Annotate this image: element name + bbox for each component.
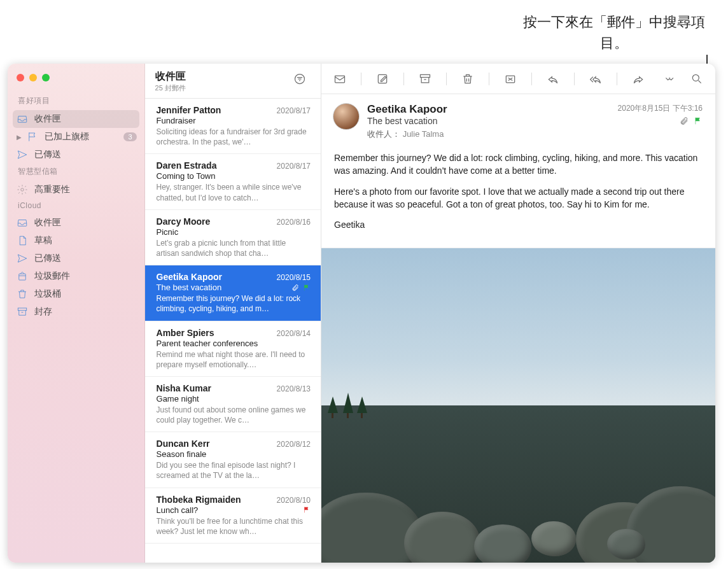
row-sender: Duncan Kerr xyxy=(157,439,210,449)
row-date: 2020/8/10 xyxy=(277,496,311,505)
message-row[interactable]: Daren Estrada2020/8/17Coming to TownHey,… xyxy=(145,154,321,209)
svg-rect-6 xyxy=(421,74,430,77)
mark-read-button[interactable] xyxy=(329,70,351,88)
toolbar-separator xyxy=(446,73,447,85)
inbox-icon xyxy=(17,113,28,125)
close-window-button[interactable] xyxy=(17,74,24,81)
toolbar-separator xyxy=(489,73,489,85)
sidebar-item-label: 已傳送 xyxy=(34,253,61,264)
row-sender: Amber Spiers xyxy=(157,328,214,338)
message-row[interactable]: Jennifer Patton2020/8/17FundraiserSolici… xyxy=(145,99,321,154)
gear-icon xyxy=(17,184,28,195)
row-subject: Game night xyxy=(157,394,311,404)
row-preview: Let's grab a picnic lunch from that litt… xyxy=(157,238,311,258)
row-date: 2020/8/14 xyxy=(277,329,311,338)
sidebar-item-drafts[interactable]: 草稿 xyxy=(8,232,144,249)
svg-rect-4 xyxy=(335,76,345,83)
row-sender: Thobeka Rigmaiden xyxy=(157,495,241,505)
archive-icon xyxy=(17,306,28,318)
message-row[interactable]: Nisha Kumar2020/8/13Game nightJust found… xyxy=(145,377,321,432)
row-subject: Coming to Town xyxy=(157,171,311,181)
row-sender: Daren Estrada xyxy=(157,160,217,171)
sidebar-item-inbox[interactable]: 收件匣 xyxy=(13,110,139,128)
svg-point-8 xyxy=(692,74,699,81)
trash-icon xyxy=(17,288,28,300)
message-date: 2020年8月15日 下午3:16 xyxy=(618,103,703,114)
row-date: 2020/8/15 xyxy=(277,273,311,282)
row-preview: Remember this journey? We did a lot: roc… xyxy=(157,293,311,314)
junk-icon xyxy=(17,270,28,282)
row-preview: Think you'll be free for a lunchtime cha… xyxy=(157,516,311,537)
message-row[interactable]: Amber Spiers2020/8/14Parent teacher conf… xyxy=(145,321,321,377)
row-sender: Darcy Moore xyxy=(157,216,211,227)
sidebar-section-smart: 智慧型信箱 xyxy=(8,164,144,181)
row-subject: Picnic xyxy=(157,227,311,237)
row-date: 2020/8/13 xyxy=(277,384,311,393)
row-sender: Nisha Kumar xyxy=(157,383,211,393)
sidebar-item-label: 垃圾郵件 xyxy=(34,270,70,282)
mailbox-count: 25 封郵件 xyxy=(155,83,186,93)
message-row[interactable]: Darcy Moore2020/8/16PicnicLet's grab a p… xyxy=(145,210,321,265)
sidebar-item-icloud-sent[interactable]: 已傳送 xyxy=(8,249,144,267)
compose-button[interactable] xyxy=(372,70,393,88)
more-button[interactable] xyxy=(659,70,681,88)
inbox-icon xyxy=(17,217,28,228)
message-row[interactable]: Geetika Kapoor2020/8/15The best vacation… xyxy=(145,265,321,321)
sidebar-section-icloud: iCloud xyxy=(8,199,144,214)
sidebar-item-sent[interactable]: 已傳送 xyxy=(8,146,144,164)
svg-rect-2 xyxy=(18,308,27,311)
message-row[interactable]: Duncan Kerr2020/8/12Season finaleDid you… xyxy=(145,432,321,488)
sidebar-item-archive[interactable]: 封存 xyxy=(8,303,144,321)
search-button[interactable] xyxy=(686,70,708,88)
reply-button[interactable] xyxy=(542,70,564,88)
sidebar-item-important[interactable]: 高重要性 xyxy=(8,181,144,199)
body-paragraph: Remember this journey? We did a lot: roc… xyxy=(334,151,703,178)
row-preview: Just found out about some online games w… xyxy=(157,405,311,425)
reply-all-button[interactable] xyxy=(585,70,606,88)
svg-point-0 xyxy=(21,188,24,192)
to-value: Julie Talma xyxy=(403,129,444,139)
message-subject: The best vacation xyxy=(367,116,447,126)
message-header: Geetika Kapoor The best vacation 收件人： Ju… xyxy=(321,94,715,146)
forward-button[interactable] xyxy=(627,70,649,88)
toolbar-separator xyxy=(403,73,404,85)
sender-avatar[interactable] xyxy=(333,103,360,130)
message-list-header: 收件匣 25 封郵件 xyxy=(145,64,321,99)
sent-icon xyxy=(17,149,28,160)
doc-icon xyxy=(17,235,28,246)
filter-button[interactable] xyxy=(289,70,311,88)
sent-icon xyxy=(17,253,28,264)
mailbox-title: 收件匣 xyxy=(155,70,186,83)
zoom-window-button[interactable] xyxy=(42,74,50,81)
callout-text: 按一下來在「郵件」中搜尋項目。 xyxy=(515,11,713,53)
sidebar-item-label: 收件匣 xyxy=(34,113,61,125)
row-subject: The best vacation xyxy=(157,283,311,292)
toolbar-separator xyxy=(617,73,617,85)
flag-icon xyxy=(694,116,703,127)
flagged-count-badge: 3 xyxy=(123,132,136,141)
mail-window: 喜好項目 收件匣 ▶ 已加上旗標 3 已傳送 智慧型信箱 高重要性 iCloud… xyxy=(8,64,715,563)
row-sender: Geetika Kapoor xyxy=(157,272,222,282)
delete-button[interactable] xyxy=(457,70,479,88)
sidebar-item-label: 草稿 xyxy=(34,235,52,246)
sidebar-item-junk[interactable]: 垃圾郵件 xyxy=(8,267,144,285)
message-row[interactable]: Thobeka Rigmaiden2020/8/10Lunch call?Thi… xyxy=(145,488,321,544)
svg-rect-1 xyxy=(19,274,26,280)
minimize-window-button[interactable] xyxy=(29,74,37,81)
sidebar-item-label: 收件匣 xyxy=(34,217,61,228)
archive-button[interactable] xyxy=(414,70,436,88)
message-list[interactable]: Jennifer Patton2020/8/17FundraiserSolici… xyxy=(145,99,321,563)
sidebar-item-label: 封存 xyxy=(34,306,52,318)
chevron-right-icon: ▶ xyxy=(17,134,22,141)
sidebar-item-icloud-inbox[interactable]: 收件匣 xyxy=(8,214,144,232)
toolbar-separator xyxy=(574,73,575,85)
row-subject: Fundraiser xyxy=(157,116,311,125)
sidebar-item-trash[interactable]: 垃圾桶 xyxy=(8,285,144,303)
message-pane: Geetika Kapoor The best vacation 收件人： Ju… xyxy=(321,64,715,563)
row-date: 2020/8/17 xyxy=(277,162,311,171)
body-paragraph: Here's a photo from our favorite spot. I… xyxy=(334,185,703,211)
row-subject: Season finale xyxy=(157,449,311,459)
message-list-pane: 收件匣 25 封郵件 Jennifer Patton2020/8/17Fundr… xyxy=(145,64,321,563)
sidebar-item-flagged[interactable]: ▶ 已加上旗標 3 xyxy=(8,128,144,146)
junk-button[interactable] xyxy=(500,70,521,88)
